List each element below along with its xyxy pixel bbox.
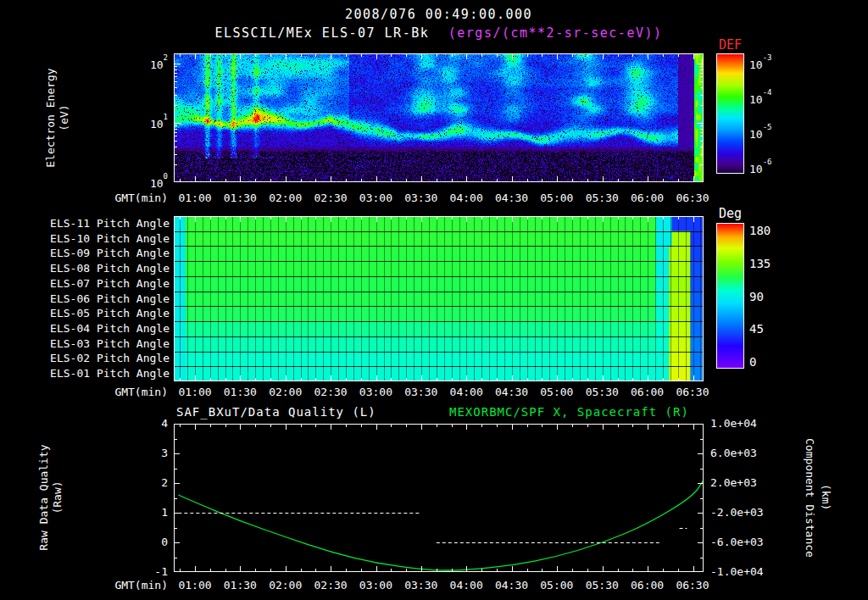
panel3-x-ticks: 01:00 01:30 02:00 02:30 03:00 03:30 04:0… [176, 579, 711, 592]
colorbar1-label: DEF [719, 37, 742, 53]
x-tick-label: 04:00 [448, 192, 485, 205]
x-tick-label: 03:30 [403, 192, 440, 205]
x-tick-label: 02:00 [267, 579, 304, 592]
pitch-row-label: ELS-10 Pitch Angle [49, 231, 170, 247]
energy-spectrogram-canvas [174, 53, 704, 182]
panel3-right-tick: -6.0e+03 [710, 536, 770, 549]
pitch-row-label: ELS-01 Pitch Angle [49, 366, 170, 381]
panel3-right-axis-label: Component Distance (km) [802, 417, 836, 578]
panel3-right-axis-label-line2: (km) [818, 417, 834, 578]
colorbar1-tick: 10-3 [749, 55, 772, 72]
colorbar2-tick: 0 [749, 355, 756, 369]
pitch-row-label: ELS-09 Pitch Angle [49, 246, 170, 261]
panel3-right-axis-label-line1: Component Distance [802, 417, 818, 578]
x-tick-label: 03:00 [357, 386, 394, 399]
x-tick-label: 02:00 [267, 192, 304, 205]
x-tick-label: 02:30 [312, 579, 349, 592]
panel3-right-title: MEXORBMC/SPF X, Spacecraft (R) [449, 405, 689, 419]
panel3-right-tick: 6.0e+03 [710, 447, 770, 460]
panel3-left-tick: -1 [132, 565, 168, 579]
panel2-x-axis-label: GMT(min) [93, 386, 168, 399]
x-tick-label: 04:30 [493, 192, 531, 205]
panel1-y-tick: 102 [132, 55, 168, 72]
x-tick-label: 04:30 [493, 386, 531, 399]
panel1-x-axis-label: GMT(min) [93, 192, 168, 205]
pitch-row-label: ELS-11 Pitch Angle [49, 216, 170, 231]
panel3-left-tick: 0 [132, 536, 168, 549]
colorbar2-tick: 45 [749, 322, 764, 336]
x-tick-label: 04:00 [448, 386, 485, 399]
x-tick-label: 01:00 [176, 579, 214, 592]
panel3-left-axis-label-line1: Raw Data Quality [37, 444, 51, 550]
panel3-left-tick: 3 [132, 447, 168, 460]
x-tick-label: 04:00 [448, 579, 485, 592]
panel3-left-axis-label-line2: (Raw) [51, 481, 64, 514]
x-tick-label: 03:00 [357, 192, 394, 205]
panel1-y-axis-label-line2: (eV) [58, 104, 71, 131]
x-tick-label: 06:00 [629, 192, 666, 205]
panel3-left-tick: 4 [132, 417, 168, 431]
panel3-left-tick: 1 [132, 506, 168, 519]
x-tick-label: 01:30 [221, 579, 259, 592]
x-tick-label: 06:00 [629, 579, 666, 592]
colorbar2-label: Deg [719, 206, 742, 221]
colorbar1-tick: 10-5 [749, 125, 772, 142]
x-tick-label: 06:30 [674, 579, 711, 592]
pitch-row-label: ELS-06 Pitch Angle [49, 292, 170, 307]
pitch-angle-canvas [174, 216, 704, 381]
colorbar2-tick: 135 [749, 257, 771, 271]
x-tick-label: 02:30 [312, 386, 349, 399]
x-tick-label: 05:30 [583, 579, 620, 592]
x-tick-label: 04:30 [493, 579, 531, 592]
colorbar1-tick: 10-4 [749, 90, 772, 107]
pitch-row-label: ELS-05 Pitch Angle [49, 306, 170, 321]
colorbar2-tick: 90 [749, 290, 764, 304]
x-tick-label: 02:30 [312, 192, 349, 205]
x-tick-label: 03:30 [403, 579, 440, 592]
x-tick-label: 05:00 [538, 192, 576, 205]
panel3-right-tick: -2.0e+03 [710, 506, 770, 519]
panel3-x-axis-label: GMT(min) [93, 579, 168, 592]
panel1-y-axis-label: Electron Energy (eV) [43, 33, 72, 203]
x-tick-label: 05:30 [583, 192, 620, 205]
panel3-right-tick: -1.0e+04 [710, 565, 770, 579]
x-tick-label: 01:00 [176, 386, 214, 399]
panel3-right-tick: 1.0e+04 [710, 417, 770, 431]
panel2-x-ticks: 01:00 01:30 02:00 02:30 03:00 03:30 04:0… [176, 386, 711, 399]
panel3-left-title: SAF_BXuT/Data Quality (L) [176, 405, 376, 419]
x-tick-label: 03:30 [403, 386, 440, 399]
pitch-row-label: ELS-04 Pitch Angle [49, 321, 170, 336]
panel1-units: (ergs/(cm**2-sr-sec-eV)) [448, 25, 663, 41]
pitch-row-label: ELS-08 Pitch Angle [49, 261, 170, 276]
x-tick-label: 01:30 [221, 386, 259, 399]
deg-colorbar [716, 223, 744, 369]
panel1-y-axis-label-line1: Electron Energy [44, 68, 58, 167]
pitch-row-label: ELS-02 Pitch Angle [49, 351, 170, 366]
panel3-right-tick: 2.0e+03 [710, 476, 770, 490]
panel1-y-tick: 100 [132, 174, 168, 191]
x-tick-label: 06:30 [674, 192, 711, 205]
colorbar1-tick: 10-6 [749, 159, 772, 176]
panel1-title-row: ELSSCIL/MEx ELS-07 LR-Bk (ergs/(cm**2-sr… [174, 25, 704, 41]
x-tick-label: 05:30 [583, 386, 620, 399]
x-tick-label: 01:00 [176, 192, 214, 205]
def-colorbar [716, 53, 744, 174]
colorbar2-tick: 180 [749, 224, 771, 238]
page-title: 2008/076 00:49:00.000 [174, 7, 704, 22]
x-tick-label: 01:30 [221, 192, 259, 205]
x-tick-label: 05:00 [538, 386, 576, 399]
panel1-title: ELSSCIL/MEx ELS-07 LR-Bk [214, 25, 429, 41]
pitch-row-label: ELS-03 Pitch Angle [49, 336, 170, 352]
x-tick-label: 05:00 [538, 579, 576, 592]
panel1-y-tick: 101 [132, 114, 168, 131]
panel3-left-tick: 2 [132, 476, 168, 490]
x-tick-label: 06:00 [629, 386, 666, 399]
x-tick-label: 06:30 [674, 386, 711, 399]
x-tick-label: 03:00 [357, 579, 394, 592]
quality-distance-canvas [174, 424, 704, 572]
panel3-left-axis-label: Raw Data Quality (Raw) [36, 413, 65, 582]
pitch-row-label: ELS-07 Pitch Angle [49, 276, 170, 292]
x-tick-label: 02:00 [267, 386, 304, 399]
panel1-x-ticks: 01:00 01:30 02:00 02:30 03:00 03:30 04:0… [176, 192, 711, 205]
els-quicklook-page: 2008/076 00:49:00.000 ELSSCIL/MEx ELS-07… [0, 0, 868, 600]
